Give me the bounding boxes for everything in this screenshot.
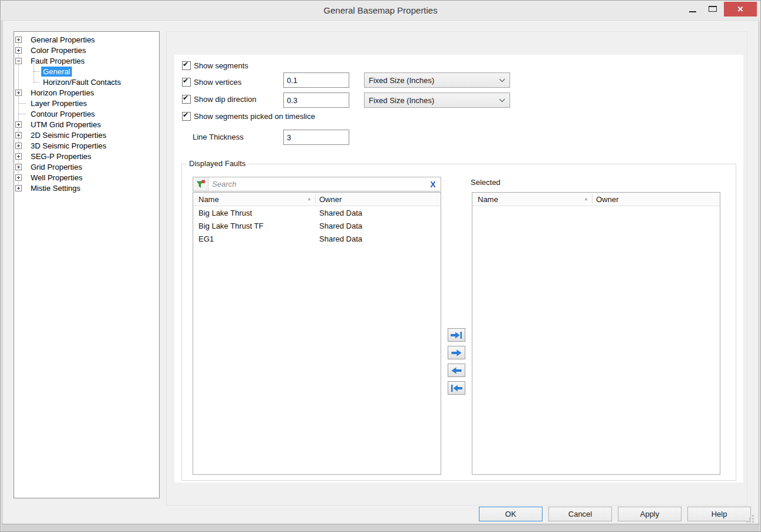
fault-row[interactable]: EG1 Shared Data	[193, 232, 441, 245]
tree-item-segp-properties[interactable]: SEG-P Properties	[14, 151, 159, 161]
properties-tree[interactable]: General Properties Color Properties Faul…	[14, 31, 160, 498]
arrow-right-icon	[451, 349, 462, 357]
ok-button[interactable]: OK	[479, 507, 542, 521]
tree-item-color-properties[interactable]: Color Properties	[14, 45, 159, 55]
arrow-left-to-bar-icon	[451, 384, 462, 392]
close-icon: ✕	[737, 5, 744, 14]
owner-column-header[interactable]: Owner	[596, 195, 618, 204]
selected-label: Selected	[471, 178, 501, 187]
show-vertices-row: ✔ Show vertices	[182, 76, 241, 88]
tree-dash	[18, 114, 26, 114]
dip-size-input[interactable]	[283, 92, 349, 108]
expand-plus-icon[interactable]	[15, 132, 22, 138]
fault-row[interactable]: Big Lake Thrust TF Shared Data	[193, 219, 441, 232]
tree-dash	[18, 103, 26, 104]
collapse-minus-icon[interactable]	[15, 58, 22, 64]
fault-search-box: X	[193, 177, 441, 191]
resize-grip[interactable]	[746, 515, 755, 526]
vertices-size-mode-select[interactable]: Fixed Size (Inches)	[364, 72, 510, 88]
column-divider[interactable]	[592, 194, 593, 204]
expand-plus-icon[interactable]	[15, 121, 22, 128]
expand-plus-icon[interactable]	[15, 185, 22, 191]
chevron-down-icon	[499, 78, 505, 82]
available-faults-table: Name ▲ Owner Big Lake Thrust Shared Data…	[193, 192, 441, 475]
sort-ascending-icon: ▲	[307, 196, 312, 201]
owner-column-header[interactable]: Owner	[319, 195, 342, 204]
show-dip-row: ✔ Show dip direction	[182, 93, 256, 105]
expand-plus-icon[interactable]	[15, 153, 22, 160]
maximize-button[interactable]	[703, 1, 722, 16]
tree-dash	[34, 82, 39, 82]
move-all-left-button[interactable]	[448, 381, 465, 395]
available-table-header: Name ▲ Owner	[193, 193, 441, 206]
fault-row[interactable]: Big Lake Thrust Shared Data	[193, 206, 441, 219]
help-button[interactable]: Help	[687, 507, 751, 521]
search-input[interactable]	[209, 177, 425, 191]
check-icon: ✔	[183, 60, 188, 69]
expand-plus-icon[interactable]	[15, 90, 22, 96]
name-column-header[interactable]: Name	[193, 195, 219, 204]
check-icon: ✔	[183, 77, 188, 85]
resize-grip-icon	[746, 515, 755, 523]
cancel-button[interactable]: Cancel	[548, 507, 612, 521]
column-divider[interactable]	[315, 194, 316, 204]
filter-button[interactable]	[193, 177, 209, 191]
move-right-button[interactable]	[448, 346, 465, 359]
expand-plus-icon[interactable]	[15, 143, 22, 149]
show-timeslice-checkbox[interactable]: ✔	[182, 112, 191, 121]
tree-item-utm-grid-properties[interactable]: UTM Grid Properties	[14, 119, 159, 130]
show-vertices-checkbox[interactable]: ✔	[182, 78, 191, 87]
tree-item-3d-seismic-properties[interactable]: 3D Seismic Properties	[14, 140, 159, 151]
title-bar[interactable]: General Basemap Properties ✕	[1, 1, 760, 21]
expand-plus-icon[interactable]	[15, 164, 22, 170]
arrow-right-to-bar-icon	[451, 331, 462, 339]
tree-item-mistie-settings[interactable]: Mistie Settings	[14, 183, 159, 193]
vertices-size-input[interactable]	[283, 72, 349, 88]
move-all-right-button[interactable]	[448, 328, 465, 342]
sort-ascending-icon: ▲	[584, 196, 588, 201]
tree-dash	[34, 71, 39, 72]
line-thickness-label: Line Thickness	[193, 133, 243, 141]
chevron-down-icon	[499, 98, 505, 103]
expand-plus-icon[interactable]	[15, 174, 22, 181]
window-right-edge	[758, 19, 760, 524]
show-dip-direction-checkbox[interactable]: ✔	[182, 95, 191, 104]
name-column-header[interactable]: Name	[472, 195, 498, 204]
check-icon: ✔	[183, 111, 188, 120]
line-thickness-input[interactable]	[283, 130, 349, 145]
show-segments-row: ✔ Show segments	[182, 60, 249, 71]
tree-item-contour-properties[interactable]: Contour Properties	[14, 108, 159, 119]
tree-item-horizon-properties[interactable]: Horizon Properties	[14, 87, 159, 98]
expand-plus-icon[interactable]	[15, 47, 22, 54]
dip-size-mode-select[interactable]: Fixed Size (Inches)	[364, 92, 510, 108]
tree-item-fault-general-selected[interactable]: General	[14, 66, 159, 77]
selected-faults-table: Name ▲ Owner	[472, 192, 720, 475]
expand-plus-icon[interactable]	[15, 37, 22, 43]
tree-item-2d-seismic-properties[interactable]: 2D Seismic Properties	[14, 130, 159, 140]
tree-item-well-properties[interactable]: Well Properties	[14, 172, 159, 183]
minimize-icon	[689, 11, 696, 12]
arrow-left-icon	[451, 366, 462, 375]
tree-item-horizon-fault-contacts[interactable]: Horizon/Fault Contacts	[14, 77, 159, 87]
window-title: General Basemap Properties	[1, 5, 760, 15]
clear-search-icon[interactable]: X	[425, 177, 441, 191]
group-title: Displayed Faults	[186, 159, 249, 168]
window-left-edge	[1, 19, 3, 524]
show-segments-checkbox[interactable]: ✔	[182, 61, 191, 70]
tree-item-general-properties[interactable]: General Properties	[14, 34, 159, 45]
selected-table-header: Name ▲ Owner	[472, 193, 720, 206]
tree-item-grid-properties[interactable]: Grid Properties	[14, 161, 159, 172]
window-bottom-edge	[1, 524, 760, 532]
tree-item-fault-properties[interactable]: Fault Properties	[14, 55, 159, 66]
show-timeslice-row: ✔ Show segments picked on timeslice	[182, 110, 315, 122]
check-icon: ✔	[183, 94, 188, 103]
move-left-button[interactable]	[448, 364, 465, 377]
apply-button[interactable]: Apply	[618, 507, 681, 521]
tree-item-layer-properties[interactable]: Layer Properties	[14, 98, 159, 108]
dialog-window: General Basemap Properties ✕ General Pro…	[0, 0, 761, 532]
maximize-icon	[709, 6, 717, 12]
close-button[interactable]: ✕	[724, 2, 757, 16]
minimize-button[interactable]	[683, 1, 702, 16]
filter-funnel-icon	[196, 180, 206, 189]
